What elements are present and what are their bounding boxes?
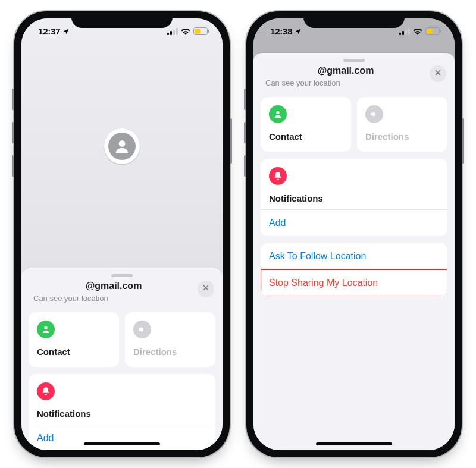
location-actions-card: Ask To Follow Location Stop Sharing My L… (261, 243, 447, 296)
svg-rect-12 (408, 28, 410, 35)
stop-sharing-location-button[interactable]: Stop Sharing My Location (261, 269, 447, 296)
svg-rect-15 (440, 30, 441, 33)
notch (71, 11, 173, 28)
directions-tile-label: Directions (365, 131, 409, 142)
battery-icon (193, 27, 209, 35)
sheet-title: @gmail.com (33, 281, 194, 291)
sheet-grabber[interactable] (343, 59, 365, 62)
notifications-title: Notifications (269, 193, 439, 203)
sheet-subtitle: Can see your location (265, 78, 426, 87)
svg-point-7 (119, 140, 126, 147)
status-time: 12:37 (38, 26, 60, 36)
device-right: 12:38 @gmail.com (246, 11, 462, 457)
directions-icon (365, 105, 383, 123)
directions-tile: Directions (357, 97, 447, 152)
svg-rect-3 (176, 28, 178, 35)
notifications-card: Notifications Add (261, 159, 447, 236)
close-icon (434, 69, 441, 78)
notifications-card: Notifications Add (29, 374, 215, 450)
add-notification-button[interactable]: Add (29, 425, 215, 450)
battery-icon (425, 27, 441, 35)
avatar-placeholder-icon (108, 133, 136, 160)
ask-follow-location-button[interactable]: Ask To Follow Location (261, 243, 447, 269)
sheet-grabber[interactable] (111, 274, 133, 277)
home-indicator[interactable] (84, 442, 160, 445)
screen-left: 12:37 (21, 18, 223, 450)
contact-sheet[interactable]: @gmail.com Can see your location Contact (21, 268, 223, 450)
map-background[interactable] (21, 18, 223, 274)
contact-tile-label: Contact (37, 347, 70, 357)
contact-avatar-pin[interactable] (104, 128, 140, 164)
location-arrow-icon (295, 28, 302, 35)
close-icon (202, 284, 209, 293)
sheet-title: @gmail.com (265, 65, 426, 76)
add-notification-button[interactable]: Add (261, 209, 447, 236)
bell-icon (269, 167, 287, 185)
wifi-icon (413, 28, 422, 35)
svg-rect-0 (167, 33, 169, 35)
svg-rect-10 (402, 31, 404, 35)
svg-rect-11 (405, 30, 407, 35)
location-arrow-icon (62, 28, 70, 35)
wifi-icon (181, 28, 190, 35)
bell-icon (37, 382, 55, 400)
cellular-signal-icon (399, 28, 410, 35)
close-sheet-button[interactable] (430, 65, 446, 82)
svg-rect-2 (173, 30, 175, 35)
contact-icon (269, 105, 287, 123)
contact-tile[interactable]: Contact (29, 312, 119, 367)
contact-tile[interactable]: Contact (261, 97, 351, 152)
svg-rect-5 (195, 29, 201, 34)
svg-rect-9 (399, 33, 401, 35)
svg-point-8 (44, 326, 47, 329)
notch (303, 11, 405, 28)
screen-right: 12:38 @gmail.com (253, 18, 455, 450)
contact-tile-label: Contact (269, 131, 302, 142)
close-sheet-button[interactable] (198, 281, 214, 297)
sheet-subtitle: Can see your location (33, 294, 194, 303)
svg-rect-6 (208, 30, 209, 33)
contact-sheet[interactable]: @gmail.com Can see your location Contact (253, 53, 455, 450)
cellular-signal-icon (167, 28, 178, 35)
contact-icon (37, 321, 55, 338)
directions-icon (133, 321, 151, 338)
home-indicator[interactable] (316, 442, 392, 445)
svg-point-16 (276, 111, 279, 114)
svg-rect-14 (427, 29, 433, 34)
directions-tile-label: Directions (133, 347, 177, 357)
device-left: 12:37 (14, 11, 230, 457)
notifications-title: Notifications (37, 409, 207, 419)
status-time: 12:38 (270, 26, 292, 36)
directions-tile: Directions (125, 312, 215, 367)
svg-rect-1 (170, 31, 172, 35)
